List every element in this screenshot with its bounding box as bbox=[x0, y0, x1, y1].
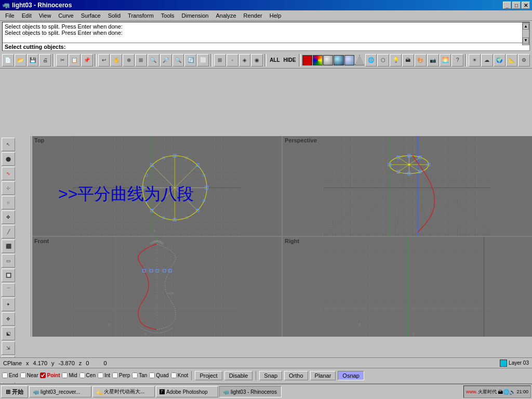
grid-btn[interactable]: ⊞ bbox=[214, 54, 226, 66]
render-mat-btn[interactable]: 🎨 bbox=[415, 54, 427, 66]
taskbar-item-0[interactable]: 🦏 light03_recover... bbox=[29, 386, 91, 397]
tool14[interactable]: ⬕ bbox=[2, 327, 15, 340]
menu-analyze[interactable]: Analyze bbox=[212, 11, 239, 20]
wire-btn[interactable]: ◈ bbox=[239, 54, 251, 66]
command-input[interactable] bbox=[68, 44, 527, 50]
paste-btn[interactable]: 📌 bbox=[81, 54, 93, 66]
zoom-out-btn[interactable]: 🔍 bbox=[172, 54, 184, 66]
snap-cen-checkbox[interactable] bbox=[79, 373, 85, 378]
taskbar-item-3[interactable]: 🦏 light03 - Rhinoceros bbox=[219, 386, 282, 397]
ortho-btn[interactable]: Ortho bbox=[284, 371, 308, 380]
snap-near-checkbox[interactable] bbox=[20, 373, 26, 378]
snap-mid-checkbox[interactable] bbox=[62, 373, 68, 378]
osnap-btn[interactable]: ⊕ bbox=[123, 54, 135, 66]
menu-dimension[interactable]: Dimension bbox=[179, 11, 212, 20]
viewport-perspective[interactable]: Perspective bbox=[283, 136, 532, 236]
menu-file[interactable]: File bbox=[2, 11, 18, 20]
points-btn[interactable]: ◦ bbox=[227, 54, 238, 66]
viewport-btn[interactable]: ⬜ bbox=[197, 54, 209, 66]
snap-end-checkbox[interactable] bbox=[2, 373, 8, 378]
tool4[interactable]: ⊹ bbox=[2, 181, 15, 195]
menu-view[interactable]: View bbox=[36, 11, 55, 20]
planar-btn[interactable]: Planar bbox=[310, 371, 336, 380]
snap-near[interactable]: Near bbox=[20, 373, 38, 378]
rect-tool[interactable]: ▭ bbox=[2, 254, 15, 268]
material-sphere-btn[interactable] bbox=[323, 55, 333, 65]
snap-point[interactable]: Point bbox=[40, 373, 60, 378]
glass-sphere-btn[interactable] bbox=[334, 55, 343, 65]
zoom-in-btn[interactable]: 🔎 bbox=[160, 54, 172, 66]
metal-sphere-btn[interactable] bbox=[344, 55, 354, 65]
color-multi-btn[interactable] bbox=[313, 55, 323, 65]
extra-btn1[interactable]: 📐 bbox=[506, 54, 518, 66]
open-btn[interactable]: 📂 bbox=[15, 54, 26, 66]
scale-tool[interactable]: ⇲ bbox=[2, 341, 15, 355]
tool8[interactable]: ⬛ bbox=[2, 240, 15, 253]
maximize-button[interactable]: □ bbox=[512, 2, 521, 9]
menu-transform[interactable]: Transform bbox=[125, 11, 157, 20]
disable-btn[interactable]: Disable bbox=[224, 371, 253, 380]
copy-btn[interactable]: 📋 bbox=[69, 54, 81, 66]
snap-quad[interactable]: Quad bbox=[149, 373, 168, 378]
menu-tools[interactable]: Tools bbox=[158, 11, 178, 20]
print-btn[interactable]: 🖨 bbox=[39, 54, 51, 66]
arc-tool[interactable]: ⌒ bbox=[2, 283, 15, 297]
render-mesh-btn[interactable]: ⬡ bbox=[377, 54, 389, 66]
select-tool[interactable]: ↖ bbox=[2, 138, 15, 151]
tri-btn[interactable] bbox=[355, 55, 365, 65]
menu-surface[interactable]: Surface bbox=[78, 11, 104, 20]
snap-cen[interactable]: Cen bbox=[79, 373, 96, 378]
snap-quad-checkbox[interactable] bbox=[149, 373, 155, 378]
color-red-btn[interactable] bbox=[302, 55, 312, 65]
tool2[interactable]: ⬤ bbox=[2, 152, 15, 166]
snap-knot-checkbox[interactable] bbox=[171, 373, 177, 378]
command-input-row[interactable]: Select cutting objects: bbox=[3, 43, 529, 50]
tool10[interactable]: 🔲 bbox=[2, 269, 15, 282]
render-settings-btn[interactable]: 🌐 bbox=[365, 54, 377, 66]
snap-int[interactable]: Int bbox=[98, 373, 110, 378]
cut-btn[interactable]: ✂ bbox=[56, 54, 68, 66]
close-button[interactable]: ✕ bbox=[522, 2, 530, 9]
pan-btn[interactable]: 🔄 bbox=[184, 54, 196, 66]
curve-tool[interactable]: ∿ bbox=[2, 167, 15, 180]
zoom-ext-btn[interactable]: ⊞ bbox=[135, 54, 147, 66]
cloud-btn[interactable]: ☁ bbox=[481, 54, 493, 66]
menu-edit[interactable]: Edit bbox=[19, 11, 35, 20]
snap-tan[interactable]: Tan bbox=[132, 373, 147, 378]
menu-render[interactable]: Render bbox=[241, 11, 265, 20]
project-btn[interactable]: Project bbox=[195, 371, 222, 380]
shade-btn[interactable]: ◉ bbox=[251, 54, 263, 66]
env-btn[interactable]: 🌍 bbox=[494, 54, 506, 66]
tool12[interactable]: ✦ bbox=[2, 298, 15, 311]
snap-int-checkbox[interactable] bbox=[98, 373, 103, 378]
taskbar-item-2[interactable]: 🅿 Adobe Photoshop bbox=[156, 386, 218, 397]
save-btn[interactable]: 💾 bbox=[27, 54, 39, 66]
menu-help[interactable]: Help bbox=[267, 11, 285, 20]
circle-tool[interactable]: ○ bbox=[2, 196, 15, 209]
snap-end[interactable]: End bbox=[2, 373, 18, 378]
move-tool[interactable]: ✥ bbox=[2, 312, 15, 326]
minimize-button[interactable]: _ bbox=[503, 2, 511, 9]
tool6[interactable]: ✤ bbox=[2, 210, 15, 224]
render-extra-btn[interactable]: 🌅 bbox=[440, 54, 451, 66]
viewport-front[interactable]: Front z x -408 bbox=[32, 237, 282, 337]
extra-btn2[interactable]: ⚙ bbox=[518, 54, 530, 66]
zoom-sel-btn[interactable]: 🔍 bbox=[148, 54, 159, 66]
viewport-top[interactable]: Top y x bbox=[32, 136, 282, 236]
snap-perp[interactable]: Perp bbox=[112, 373, 130, 378]
taskbar-item-1[interactable]: 💫 火星时代动画大... bbox=[92, 386, 155, 397]
snap-toggle-btn[interactable]: Snap bbox=[259, 371, 282, 380]
render-light-btn[interactable]: 💡 bbox=[390, 54, 402, 66]
render-btn[interactable]: 📷 bbox=[427, 54, 439, 66]
hand-btn[interactable]: ✋ bbox=[110, 54, 122, 66]
command-scrollbar[interactable]: ▲ ▼ bbox=[522, 22, 529, 45]
window-controls[interactable]: _ □ ✕ bbox=[503, 2, 530, 9]
snap-point-checkbox[interactable] bbox=[40, 373, 46, 378]
new-btn[interactable]: 📄 bbox=[2, 54, 14, 66]
snap-perp-checkbox[interactable] bbox=[112, 373, 118, 378]
viewport-right[interactable]: Right z y bbox=[283, 237, 532, 337]
layer-indicator[interactable]: Layer 03 bbox=[500, 360, 529, 367]
start-button[interactable]: ⊞ 开始 bbox=[1, 385, 28, 398]
menu-solid[interactable]: Solid bbox=[105, 11, 124, 20]
line-tool[interactable]: ╱ bbox=[2, 225, 15, 238]
